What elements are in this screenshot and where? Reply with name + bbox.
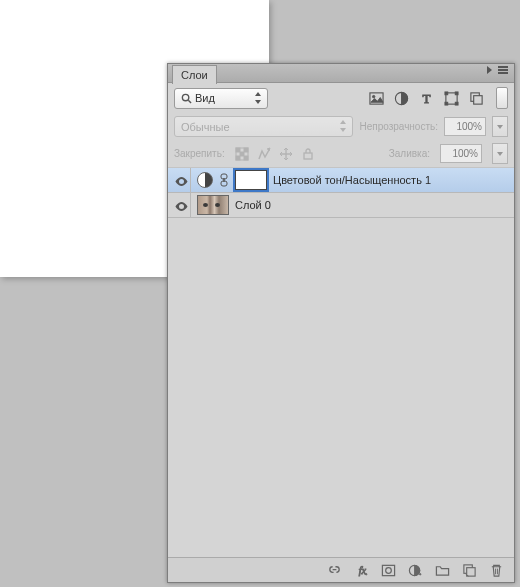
add-adjustment-icon[interactable] (408, 563, 423, 578)
fill-label: Заливка: (389, 148, 430, 159)
layer-thumb[interactable] (197, 195, 229, 215)
opacity-label: Непрозрачность: (359, 121, 438, 132)
svg-rect-10 (455, 102, 458, 105)
svg-point-28 (419, 573, 421, 575)
fill-input[interactable]: 100% (440, 144, 482, 163)
image-filter-icon[interactable] (369, 91, 384, 106)
svg-point-3 (372, 95, 374, 97)
opacity-input[interactable]: 100% (444, 117, 486, 136)
svg-rect-30 (467, 567, 475, 575)
layers-list: Цветовой тон/Насыщенность 1 Слой 0 (168, 168, 514, 557)
lock-row: Закрепить: Заливка: 100% (168, 140, 514, 168)
type-filter-icon[interactable]: T (419, 91, 434, 106)
filter-row: Вид T (168, 83, 514, 113)
svg-point-0 (182, 94, 188, 100)
svg-rect-17 (236, 156, 240, 160)
visibility-eye-icon[interactable] (175, 201, 188, 210)
lock-transparency-icon[interactable] (235, 147, 249, 161)
filter-kind-label: Вид (195, 92, 215, 104)
svg-rect-19 (304, 153, 312, 159)
svg-rect-18 (244, 156, 248, 160)
link-layers-icon[interactable] (327, 563, 342, 578)
lock-position-icon[interactable] (279, 147, 293, 161)
panel-menu-icon[interactable] (498, 65, 512, 75)
layer-name-label[interactable]: Слой 0 (235, 199, 271, 211)
adjustment-filter-icon[interactable] (394, 91, 409, 106)
lock-label: Закрепить: (174, 148, 225, 159)
svg-line-1 (188, 100, 191, 103)
svg-rect-14 (236, 148, 240, 152)
shape-filter-icon[interactable] (444, 91, 459, 106)
filter-toggle[interactable] (496, 87, 508, 109)
new-layer-icon[interactable] (462, 563, 477, 578)
visibility-eye-icon[interactable] (175, 176, 188, 185)
filter-kind-dropdown[interactable]: Вид (174, 88, 268, 109)
mask-link-icon[interactable] (219, 173, 229, 187)
layer-mask-thumb[interactable] (235, 170, 267, 190)
panel-footer: fx (168, 557, 514, 582)
svg-point-26 (386, 567, 392, 573)
smart-filter-icon[interactable] (469, 91, 484, 106)
app-stage: Слои Вид T Обычные (0, 0, 520, 587)
layers-panel: Слои Вид T Обычные (167, 63, 515, 583)
add-mask-icon[interactable] (381, 563, 396, 578)
layer-style-icon[interactable]: fx (354, 563, 369, 578)
lock-all-icon[interactable] (301, 147, 315, 161)
svg-rect-7 (445, 91, 448, 94)
fill-flyout[interactable] (492, 143, 508, 164)
svg-point-24 (365, 573, 367, 575)
svg-rect-12 (474, 95, 482, 103)
lock-pixels-icon[interactable] (257, 147, 271, 161)
new-group-icon[interactable] (435, 563, 450, 578)
opacity-flyout[interactable] (492, 116, 508, 137)
adjustment-thumb-icon (197, 172, 213, 188)
svg-text:T: T (422, 91, 430, 106)
layer-row[interactable]: Цветовой тон/Насыщенность 1 (168, 168, 514, 193)
svg-rect-8 (455, 91, 458, 94)
panel-header: Слои (168, 64, 514, 83)
panel-tab-layers[interactable]: Слои (172, 65, 217, 84)
layer-row[interactable]: Слой 0 (168, 193, 514, 218)
blend-row: Обычные Непрозрачность: 100% (168, 113, 514, 140)
svg-rect-9 (445, 102, 448, 105)
search-icon (181, 93, 192, 104)
double-arrow-icon[interactable] (487, 66, 492, 74)
layer-name-label[interactable]: Цветовой тон/Насыщенность 1 (273, 174, 431, 186)
blend-mode-value: Обычные (181, 121, 230, 133)
delete-layer-icon[interactable] (489, 563, 504, 578)
svg-rect-15 (244, 148, 248, 152)
svg-rect-16 (240, 152, 244, 156)
svg-rect-25 (382, 565, 394, 575)
svg-rect-13 (236, 148, 248, 160)
blend-mode-dropdown[interactable]: Обычные (174, 116, 353, 137)
